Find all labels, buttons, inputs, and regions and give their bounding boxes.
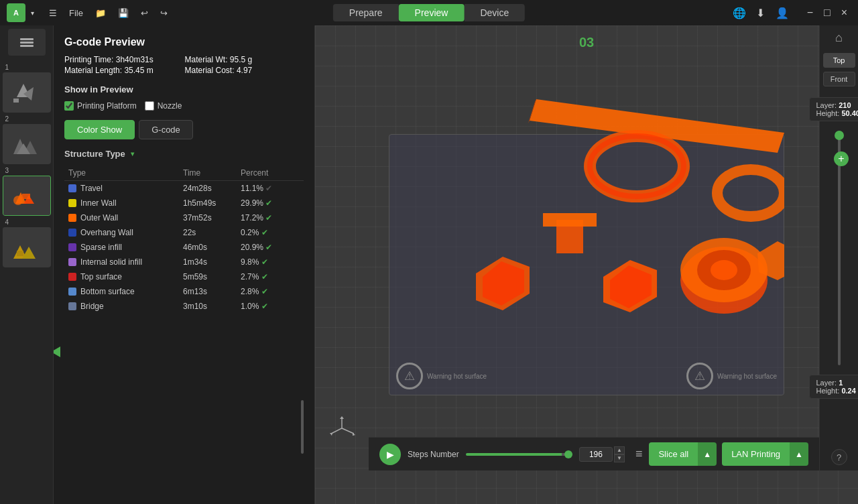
printing-platform-input[interactable] bbox=[64, 101, 74, 111]
nav-prepare[interactable]: Prepare bbox=[333, 4, 399, 21]
close-button[interactable]: × bbox=[837, 5, 851, 20]
steps-decrement[interactable]: ▼ bbox=[614, 454, 625, 462]
view-front-button[interactable]: Front bbox=[823, 72, 855, 86]
row-check-7[interactable]: ✔ bbox=[261, 287, 268, 296]
row-type-cell-6: Top surface bbox=[64, 269, 179, 284]
type-color-7 bbox=[68, 288, 76, 296]
steps-value-wrap: 196 ▲ ▼ bbox=[579, 446, 625, 462]
app-dropdown-icon[interactable]: ▾ bbox=[31, 9, 34, 17]
row-check-2[interactable]: ✔ bbox=[265, 213, 272, 223]
network-icon[interactable]: 🌐 bbox=[732, 5, 747, 20]
type-name-0: Travel bbox=[80, 184, 103, 193]
svg-rect-15 bbox=[17, 251, 23, 256]
layer-top-info: Layer: 210 Height: 50.40 bbox=[809, 97, 859, 121]
row-type-cell-0: Travel bbox=[64, 181, 179, 196]
lan-printing-chevron[interactable]: ▲ bbox=[790, 442, 808, 466]
play-button[interactable]: ▶ bbox=[379, 444, 401, 465]
svg-marker-21 bbox=[330, 433, 332, 436]
menu-save[interactable]: 💾 bbox=[113, 5, 134, 21]
maximize-button[interactable]: □ bbox=[820, 5, 835, 20]
main-layout: 1 2 bbox=[0, 25, 858, 504]
structure-arrow-indicator bbox=[54, 346, 60, 357]
table-row: Travel 24m28s 11.1% ✔ bbox=[64, 181, 304, 196]
user-icon[interactable]: 👤 bbox=[775, 5, 790, 20]
layer-number-display: 03 bbox=[579, 35, 594, 50]
download-icon[interactable]: ⬇ bbox=[753, 5, 768, 20]
row-check-6[interactable]: ✔ bbox=[261, 272, 268, 281]
row-type-cell-8: Bridge bbox=[64, 299, 179, 314]
thumb-img-3 bbox=[3, 176, 51, 216]
menu-redo[interactable]: ↪ bbox=[155, 5, 173, 21]
lan-printing-group: LAN Printing ▲ bbox=[722, 442, 808, 466]
steps-increment[interactable]: ▲ bbox=[614, 446, 625, 454]
structure-type-select[interactable]: Structure Type ▾ bbox=[64, 149, 134, 159]
nozzle-input[interactable] bbox=[145, 101, 154, 111]
type-name-4: Sparse infill bbox=[80, 243, 122, 252]
col-time-header: Time bbox=[179, 166, 237, 181]
material-wt-row: Material Wt: 95.5 g bbox=[185, 55, 304, 64]
slice-all-group: Slice all ▲ bbox=[649, 442, 717, 466]
printing-platform-label: Printing Platform bbox=[77, 101, 137, 111]
thumb-num-3: 3 bbox=[3, 166, 51, 176]
structure-table: Type Time Percent Travel 24m28s 11.1% bbox=[64, 166, 304, 314]
row-percent-5: 9.8% ✔ bbox=[237, 255, 292, 269]
hazard-icon-right: ⚠ bbox=[686, 363, 713, 389]
row-check-8[interactable]: ✔ bbox=[261, 302, 268, 311]
app-logo[interactable]: A bbox=[7, 3, 25, 22]
color-show-tab[interactable]: Color Show bbox=[64, 120, 135, 139]
row-type-cell-3: Overhang Wall bbox=[64, 225, 179, 240]
menu-undo[interactable]: ↩ bbox=[135, 5, 154, 21]
layer-bottom-value: 1 bbox=[839, 379, 843, 387]
home-icon[interactable]: ⌂ bbox=[835, 31, 843, 45]
nozzle-checkbox[interactable]: Nozzle bbox=[145, 101, 182, 111]
slice-all-chevron[interactable]: ▲ bbox=[698, 442, 717, 466]
thumbnail-item-4[interactable]: 4 bbox=[3, 217, 51, 267]
table-row: Bottom surface 6m13s 2.8% ✔ bbox=[64, 284, 304, 299]
table-scrollbar[interactable] bbox=[301, 400, 304, 454]
titlebar: A ▾ ☰ File 📁 💾 ↩ ↪ Prepare Preview Devic… bbox=[0, 0, 858, 25]
lan-printing-button[interactable]: LAN Printing bbox=[722, 442, 790, 466]
svg-marker-20 bbox=[340, 416, 344, 419]
thumb-img-4 bbox=[3, 227, 51, 267]
row-time-1: 1h5m49s bbox=[179, 196, 237, 210]
gcode-tab[interactable]: G-code bbox=[139, 120, 193, 139]
type-name-3: Overhang Wall bbox=[80, 228, 133, 237]
row-type-cell-5: Internal solid infill bbox=[64, 255, 179, 269]
steps-value-input[interactable]: 196 bbox=[579, 447, 613, 462]
steps-slider[interactable] bbox=[466, 453, 572, 456]
nav-device[interactable]: Device bbox=[464, 4, 525, 21]
material-cost-value: 4.97 bbox=[237, 66, 252, 75]
structure-header: Structure Type ▾ bbox=[64, 149, 304, 159]
nav-preview[interactable]: Preview bbox=[399, 4, 465, 21]
row-check-4[interactable]: ✔ bbox=[265, 243, 272, 252]
type-color-4 bbox=[68, 243, 76, 251]
slice-all-button[interactable]: Slice all bbox=[649, 442, 698, 466]
layer-slider-plus[interactable]: + bbox=[834, 151, 849, 166]
row-check-5[interactable]: ✔ bbox=[261, 257, 268, 267]
help-button[interactable]: ? bbox=[831, 449, 847, 465]
layers-icon[interactable] bbox=[8, 29, 46, 56]
printing-time-value: 3h40m31s bbox=[116, 55, 154, 64]
menu-hamburger[interactable]: ☰ bbox=[44, 5, 62, 21]
minimize-button[interactable]: − bbox=[803, 5, 817, 20]
printing-platform-checkbox[interactable]: Printing Platform bbox=[64, 101, 137, 111]
warning-label-right: Warning hot surface bbox=[717, 373, 777, 380]
svg-line-18 bbox=[331, 428, 342, 434]
row-check-1[interactable]: ✔ bbox=[265, 198, 272, 208]
svg-point-11 bbox=[13, 196, 23, 205]
layers-toggle-icon[interactable]: ≡ bbox=[635, 447, 643, 461]
thumbnail-item-2[interactable]: 2 bbox=[3, 114, 51, 164]
row-time-3: 22s bbox=[179, 225, 237, 240]
viewport[interactable]: ⚠ Warning hot surface ⚠ Warning hot surf… bbox=[315, 25, 858, 504]
menu-file[interactable]: File bbox=[64, 5, 88, 21]
material-length-label: Material Length: bbox=[64, 66, 122, 75]
view-mode-tabs: Color Show G-code bbox=[64, 120, 304, 139]
view-top-button[interactable]: Top bbox=[823, 53, 855, 68]
layer-bottom-height: Height: 0.24 bbox=[816, 387, 859, 395]
thumbnail-item-1[interactable]: 1 bbox=[3, 62, 51, 113]
col-percent-header: Percent bbox=[237, 166, 292, 181]
thumb-img-2 bbox=[3, 124, 51, 164]
thumbnail-item-3[interactable]: 3 bbox=[3, 166, 51, 216]
row-check-3[interactable]: ✔ bbox=[261, 228, 268, 237]
menu-open[interactable]: 📁 bbox=[90, 5, 111, 21]
